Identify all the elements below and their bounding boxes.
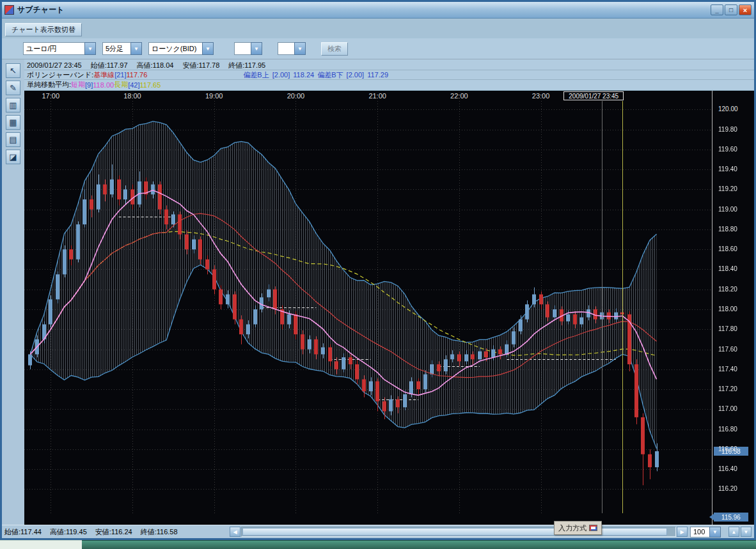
chart-region: 17:0018:0019:0020:0021:0022:0023:00 2009…	[24, 90, 754, 525]
bar-count-arrow-icon[interactable]: ▼	[709, 527, 721, 537]
chart-column: 2009/01/27 23:45 始値:117.97 高値:118.04 安値:…	[24, 59, 754, 525]
minimize-button[interactable]: _	[711, 4, 723, 15]
main-area: ↖ ✎ ▥ ▦ ▤ ◪ 2009/01/27 23:45 始値:117.97 高…	[2, 59, 754, 525]
time-axis-label: 23:00	[527, 92, 555, 100]
price-axis-label: 119.00	[718, 206, 737, 213]
candle-low: 安値:117.78	[182, 61, 219, 70]
price-axis-label: 116.60	[718, 445, 737, 452]
scroll-right-button[interactable]: ▶	[677, 527, 688, 537]
cursor-datetime: 2009/01/27 23:45	[27, 61, 82, 69]
price-axis-label: 119.60	[718, 146, 737, 153]
scroll-left-button[interactable]: ◀	[230, 527, 240, 537]
time-axis-label: 20:00	[281, 92, 310, 100]
sma-label: 単純移動平均:	[27, 80, 71, 89]
time-axis-label: 19:00	[200, 92, 228, 100]
sma-short-value: 118.00	[93, 81, 114, 89]
price-axis-label: 116.20	[718, 485, 737, 492]
bollinger-center-period: [21]	[114, 71, 126, 79]
chart-type-select-arrow-icon[interactable]: ▼	[202, 42, 214, 55]
toolbar: ユーロ/円 ▼ 5分足 ▼ ローソク(BID) ▼ ▼ ▼ 検索	[2, 38, 754, 59]
tool-layout-button[interactable]: ◪	[6, 150, 20, 164]
price-axis-label: 118.20	[718, 286, 737, 293]
candle-close: 終値:117.95	[228, 61, 265, 70]
chart-type-select-value[interactable]: ローソク(BID)	[148, 42, 202, 55]
ime-toolbar[interactable]: 入力方式	[554, 521, 602, 535]
extra-select-2-value[interactable]	[278, 42, 294, 55]
sma-info-row: 単純移動平均: 短期 [9] 118.00 長期 [42] 117.65	[24, 80, 754, 89]
symbol-select-arrow-icon[interactable]: ▼	[84, 42, 96, 55]
timeframe-select[interactable]: 5分足 ▼	[102, 42, 142, 55]
titlebar[interactable]: サブチャート _ □ ×	[2, 2, 754, 19]
bollinger-dev-lower-name: 偏差B下	[317, 71, 343, 79]
sma-long-value: 117.65	[139, 81, 161, 89]
sma-long-period: [42]	[128, 81, 139, 89]
close-button[interactable]: ×	[739, 4, 752, 15]
price-axis-label: 118.00	[718, 305, 737, 313]
price-axis-label: 119.80	[718, 126, 737, 133]
sma-long-name: 長期	[114, 80, 128, 89]
bollinger-center-value: 117.76	[126, 71, 147, 79]
timeframe-select-value[interactable]: 5分足	[102, 42, 130, 55]
extra-select-2-arrow-icon[interactable]: ▼	[294, 42, 306, 55]
chart-type-select[interactable]: ローソク(BID) ▼	[148, 42, 214, 55]
extra-select-1-arrow-icon[interactable]: ▼	[251, 42, 262, 55]
range-close: 終値:116.58	[141, 527, 178, 537]
screen: サブチャート _ □ × チャート表示数切替 ユーロ/円 ▼ 5分足 ▼ ローソ…	[0, 0, 756, 549]
price-axis-label: 120.00	[718, 105, 738, 112]
range-high: 高値:119.45	[50, 527, 87, 537]
extra-select-2[interactable]: ▼	[278, 42, 306, 55]
tool-cursor-button[interactable]: ↖	[6, 63, 20, 78]
bollinger-info-row: ボリンジャーバンド: 基準線 [21] 117.76 偏差B上 [2.00] 1…	[24, 70, 754, 80]
bollinger-center-name: 基準線	[93, 70, 114, 80]
extra-select-1-value[interactable]	[234, 42, 251, 55]
candle-high: 高値:118.04	[137, 61, 174, 70]
tool-print-button[interactable]: ▤	[6, 132, 20, 147]
cursor-datetime-box: 2009/01/27 23:45	[563, 91, 624, 100]
taskbar-left-segment	[0, 540, 82, 549]
price-axis-label: 119.40	[718, 166, 737, 173]
bollinger-dev-lower-param: [2.00]	[347, 71, 365, 79]
time-axis-label: 17:00	[36, 92, 65, 100]
ime-label: 入力方式	[558, 523, 587, 533]
price-axis-label: 117.00	[718, 405, 737, 412]
app-icon	[4, 5, 14, 15]
chart-scrollbar-thumb[interactable]	[242, 528, 667, 536]
drawing-tool-strip: ↖ ✎ ▥ ▦ ▤ ◪	[2, 59, 24, 525]
bollinger-deviation-group: 偏差B上 [2.00] 118.24 偏差B下 [2.00] 117.29	[243, 70, 390, 80]
search-button[interactable]: 検索	[321, 42, 348, 56]
taskbar-right-segment	[82, 540, 756, 549]
sma-short-name: 短期	[71, 80, 85, 89]
visible-range-summary: 始値:117.44 高値:119.45 安値:116.24 終値:116.58	[4, 527, 230, 537]
time-axis-label: 22:00	[445, 92, 473, 100]
bar-count-up-button[interactable]: ▲	[728, 527, 739, 537]
bar-count-down-button[interactable]: ▼	[741, 527, 752, 537]
tool-pencil-button[interactable]: ✎	[6, 81, 20, 95]
bottom-bar: 始値:117.44 高値:119.45 安値:116.24 終値:116.58 …	[2, 525, 754, 538]
maximize-button[interactable]: □	[725, 4, 737, 15]
price-axis-label: 116.80	[718, 426, 737, 433]
sma-short-period: [9]	[85, 81, 93, 89]
candle-info-row: 2009/01/27 23:45 始値:117.97 高値:118.04 安値:…	[24, 61, 754, 70]
tool-chart-type-button[interactable]: ▥	[6, 98, 20, 112]
time-axis-label: 21:00	[363, 92, 391, 100]
bollinger-dev-upper-param: [2.00]	[272, 71, 290, 79]
indicator-info-panel: 2009/01/27 23:45 始値:117.97 高値:118.04 安値:…	[24, 59, 754, 90]
subheader-row: チャート表示数切替	[2, 19, 754, 38]
extra-select-1[interactable]: ▼	[234, 42, 262, 55]
bollinger-label: ボリンジャーバンド:	[27, 70, 93, 80]
bollinger-dev-upper-name: 偏差B上	[243, 71, 269, 79]
tool-grid-button[interactable]: ▦	[6, 115, 20, 130]
chart-count-switch-button[interactable]: チャート表示数切替	[5, 23, 82, 36]
keyboard-icon	[589, 525, 597, 531]
chart-scrollbar-track[interactable]	[241, 527, 676, 537]
symbol-select-value[interactable]: ユーロ/円	[23, 42, 84, 55]
price-chart-canvas[interactable]	[24, 101, 712, 513]
bar-count-value[interactable]: 100	[690, 527, 709, 537]
symbol-select[interactable]: ユーロ/円 ▼	[23, 42, 96, 55]
timeframe-select-arrow-icon[interactable]: ▼	[130, 42, 142, 55]
taskbar-sliver	[0, 540, 756, 549]
window-title: サブチャート	[17, 4, 709, 15]
bar-count-select[interactable]: 100 ▼	[690, 527, 721, 537]
price-axis-label: 118.80	[718, 226, 737, 233]
price-axis-label: 117.80	[718, 325, 737, 332]
